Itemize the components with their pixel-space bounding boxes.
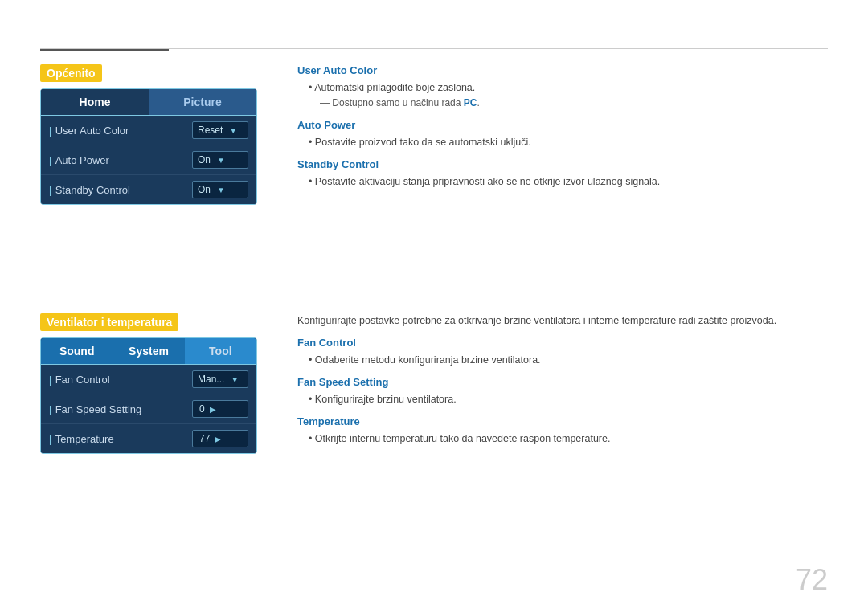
ventilator-section-title: Ventilator i temperatura	[40, 313, 178, 331]
desc-text-standby-control-1: Postavite aktivaciju stanja pripravnosti…	[309, 174, 828, 190]
label-fan-speed-setting: Fan Speed Setting	[49, 403, 141, 415]
desc-text-fan-speed-1: Konfigurirajte brzinu ventilatora.	[309, 391, 828, 407]
label-fan-control: Fan Control	[49, 374, 110, 386]
page-container: Općenito Home Picture User Auto Color Re…	[0, 0, 868, 613]
label-standby-control: Standby Control	[49, 184, 130, 196]
row-standby-control: Standby Control On ▼	[41, 175, 256, 204]
opcenito-desc-panel: User Auto Color Automatski prilagodite b…	[297, 64, 828, 205]
ventilator-ui-menu: Sound System Tool Fan Control Man... ▼	[40, 337, 257, 454]
control-standby-control[interactable]: On ▼	[192, 181, 248, 198]
dropdown-standby-value: On	[198, 184, 211, 195]
opcenito-rows: User Auto Color Reset ▼ Auto Power	[41, 116, 256, 204]
dropdown-on-standby[interactable]: On ▼	[192, 181, 248, 198]
dropdown-on-autopower[interactable]: On ▼	[192, 151, 248, 169]
opcenito-section-title: Općenito	[40, 64, 102, 82]
arrow-temperature[interactable]: 77 ▶	[192, 430, 248, 447]
dropdown-fan-control[interactable]: Man... ▼	[192, 370, 248, 388]
control-user-auto-color[interactable]: Reset ▼	[192, 121, 248, 139]
opcenito-tabs: Home Picture	[41, 89, 256, 116]
opcenito-menu-box: Općenito Home Picture User Auto Color Re…	[40, 64, 265, 205]
tab-sound[interactable]: Sound	[41, 338, 113, 365]
desc-title-auto-power: Auto Power	[297, 119, 828, 131]
label-auto-power: Auto Power	[49, 154, 109, 166]
tab-system[interactable]: System	[113, 338, 184, 365]
dropdown-reset[interactable]: Reset ▼	[192, 121, 248, 139]
section-opcenito: Općenito Home Picture User Auto Color Re…	[40, 64, 828, 205]
dropdown-standby-arrow: ▼	[217, 186, 225, 194]
desc-title-user-auto-color: User Auto Color	[297, 64, 828, 76]
row-temperature: Temperature 77 ▶	[41, 424, 256, 453]
desc-title-fan-control: Fan Control	[297, 337, 828, 349]
tab-picture[interactable]: Picture	[149, 89, 256, 116]
fan-speed-value: 0	[199, 403, 205, 415]
dropdown-on-value: On	[198, 154, 211, 166]
desc-text-fan-control-1: Odaberite metodu konfiguriranja brzine v…	[309, 352, 828, 368]
ventilator-tabs: Sound System Tool	[41, 338, 256, 365]
desc-highlight-pc: PC	[464, 97, 477, 108]
desc-title-temperature: Temperature	[297, 415, 828, 427]
ventilator-menu-box: Ventilator i temperatura Sound System To…	[40, 313, 265, 454]
dropdown-fan-control-arrow: ▼	[231, 375, 239, 384]
label-user-auto-color: User Auto Color	[49, 125, 129, 137]
opcenito-title: Općenito	[40, 64, 265, 82]
ventilator-title: Ventilator i temperatura	[40, 313, 265, 331]
top-line	[40, 48, 828, 49]
control-fan-control[interactable]: Man... ▼	[192, 370, 248, 388]
dropdown-reset-arrow: ▼	[229, 126, 237, 135]
opcenito-ui-menu: Home Picture User Auto Color Reset ▼	[40, 88, 257, 205]
temperature-value: 77	[199, 433, 210, 444]
row-user-auto-color: User Auto Color Reset ▼	[41, 116, 256, 145]
desc-text-user-auto-color-note: Dostupno samo u načinu rada PC.	[320, 96, 828, 111]
dropdown-fan-control-value: Man...	[198, 374, 224, 385]
arrow-fan-speed[interactable]: 0 ▶	[192, 400, 248, 418]
desc-text-temperature-1: Otkrijte internu temperaturu tako da nav…	[309, 431, 828, 447]
row-fan-speed-setting: Fan Speed Setting 0 ▶	[41, 394, 256, 424]
control-auto-power[interactable]: On ▼	[192, 151, 248, 169]
ventilator-desc-panel: Konfigurirajte postavke potrebne za otkr…	[297, 313, 828, 454]
ventilator-intro: Konfigurirajte postavke potrebne za otkr…	[297, 313, 828, 329]
desc-title-fan-speed-setting: Fan Speed Setting	[297, 376, 828, 388]
dropdown-on-arrow: ▼	[217, 156, 225, 165]
desc-text-auto-power-1: Postavite proizvod tako da se automatski…	[309, 134, 828, 150]
page-number: 72	[796, 563, 828, 597]
temperature-arrow-right: ▶	[215, 435, 221, 443]
desc-text-user-auto-color-1: Automatski prilagodite boje zaslona.	[309, 80, 828, 96]
tab-home[interactable]: Home	[41, 89, 149, 116]
tab-tool[interactable]: Tool	[185, 338, 256, 365]
dropdown-reset-value: Reset	[198, 125, 223, 136]
section-ventilator: Ventilator i temperatura Sound System To…	[40, 313, 828, 454]
desc-title-standby-control: Standby Control	[297, 158, 828, 170]
ventilator-rows: Fan Control Man... ▼ Fan Speed Setting	[41, 365, 256, 453]
control-temperature[interactable]: 77 ▶	[192, 430, 248, 447]
label-temperature: Temperature	[49, 433, 114, 445]
fan-speed-arrow-right: ▶	[210, 405, 216, 414]
row-auto-power: Auto Power On ▼	[41, 145, 256, 175]
row-fan-control: Fan Control Man... ▼	[41, 365, 256, 394]
control-fan-speed[interactable]: 0 ▶	[192, 400, 248, 418]
